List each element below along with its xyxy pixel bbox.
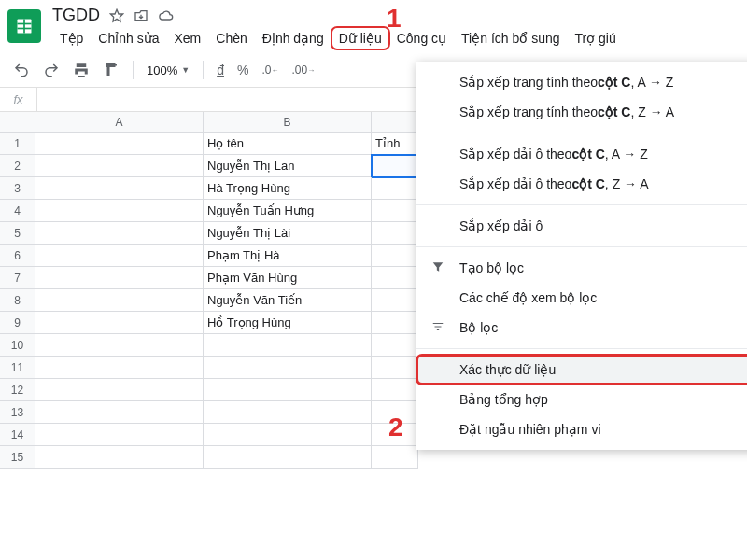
cell[interactable]: Phạm Văn Hùng: [204, 267, 372, 289]
filter-list-icon: [431, 320, 444, 336]
zoom-dropdown[interactable]: 100%▼: [147, 63, 190, 77]
cell[interactable]: [372, 177, 418, 200]
row-header[interactable]: 8: [0, 289, 35, 312]
menu-separator: [416, 133, 747, 133]
row-header[interactable]: 12: [0, 379, 35, 401]
cell[interactable]: [204, 379, 372, 401]
cell[interactable]: [372, 312, 418, 334]
percent-button[interactable]: %: [237, 63, 248, 77]
menu-sort-sheet-az[interactable]: Sắp xếp trang tính theo cột C, A → Z: [416, 67, 747, 97]
menu-data-validation[interactable]: Xác thực dữ liệu: [416, 355, 747, 385]
cell[interactable]: [35, 446, 204, 469]
undo-icon[interactable]: [13, 62, 30, 78]
menu-create-filter[interactable]: Tạo bộ lọc: [416, 253, 747, 283]
currency-button[interactable]: đ: [217, 63, 224, 77]
cell[interactable]: [204, 401, 372, 424]
print-icon[interactable]: [73, 62, 90, 78]
cell[interactable]: [372, 289, 418, 312]
row-header[interactable]: 2: [0, 155, 35, 177]
row-header[interactable]: 1: [0, 133, 35, 155]
row-header[interactable]: 10: [0, 334, 35, 357]
row-header[interactable]: 15: [0, 446, 35, 469]
cell[interactable]: [35, 200, 204, 222]
cell[interactable]: [35, 424, 204, 446]
cell[interactable]: [35, 379, 204, 401]
row-header[interactable]: 6: [0, 245, 35, 267]
sheets-logo[interactable]: [7, 9, 41, 43]
menu-sort-range-za[interactable]: Sắp xếp dải ô theo cột C, Z → A: [416, 169, 747, 199]
cell[interactable]: [35, 177, 204, 200]
cell[interactable]: Nguyễn Văn Tiến: [204, 289, 372, 312]
menu-edit[interactable]: Chỉnh sửa: [91, 27, 166, 49]
zoom-value: 100%: [147, 63, 177, 77]
cell[interactable]: [35, 334, 204, 357]
column-header[interactable]: [372, 112, 418, 133]
menu-randomize-range[interactable]: Đặt ngẫu nhiên phạm vi: [416, 414, 747, 444]
cell[interactable]: Tỉnh: [372, 133, 418, 155]
menu-format[interactable]: Định dạng: [255, 27, 331, 49]
cell[interactable]: [35, 267, 204, 289]
menu-addons[interactable]: Tiện ích bổ sung: [454, 27, 567, 49]
cloud-icon[interactable]: [158, 8, 175, 23]
select-all-corner[interactable]: [0, 112, 35, 133]
menu-filter-views[interactable]: Các chế độ xem bộ lọc▶: [416, 283, 747, 313]
cell[interactable]: Nguyễn Thị Lan: [204, 155, 372, 177]
cell[interactable]: [372, 446, 418, 469]
menu-sort-sheet-za[interactable]: Sắp xếp trang tính theo cột C, Z → A: [416, 97, 747, 127]
row-header[interactable]: 11: [0, 357, 35, 379]
menu-bar: Tệp Chỉnh sửa Xem Chèn Định dạng Dữ liệu…: [52, 27, 624, 49]
cell[interactable]: [35, 289, 204, 312]
menu-pivot-table[interactable]: Bảng tổng hợp: [416, 385, 747, 414]
menu-file[interactable]: Tệp: [52, 27, 91, 49]
cell[interactable]: Hồ Trọng Hùng: [204, 312, 372, 334]
paint-format-icon[interactable]: [103, 62, 120, 78]
menu-help[interactable]: Trợ giú: [568, 27, 624, 49]
cell[interactable]: [35, 357, 204, 379]
cell[interactable]: Phạm Thị Hà: [204, 245, 372, 267]
menu-filter[interactable]: Bộ lọc: [416, 313, 747, 343]
menu-sort-range[interactable]: Sắp xếp dải ô: [416, 211, 747, 241]
cell[interactable]: [372, 245, 418, 267]
cell[interactable]: [372, 334, 418, 357]
menu-insert[interactable]: Chèn: [208, 27, 254, 49]
row-header[interactable]: 7: [0, 267, 35, 289]
row-header[interactable]: 5: [0, 222, 35, 245]
cell[interactable]: [372, 357, 418, 379]
cell[interactable]: [35, 401, 204, 424]
cell[interactable]: [204, 357, 372, 379]
row-header[interactable]: 4: [0, 200, 35, 222]
row-header[interactable]: 14: [0, 424, 35, 446]
row-header[interactable]: 3: [0, 177, 35, 200]
cell[interactable]: Nguyễn Tuấn Hưng: [204, 200, 372, 222]
cell[interactable]: [35, 222, 204, 245]
column-header[interactable]: B: [204, 112, 372, 133]
increase-decimal-button[interactable]: .00→: [291, 63, 315, 77]
star-icon[interactable]: [109, 8, 124, 23]
menu-sort-range-az[interactable]: Sắp xếp dải ô theo cột C, A → Z: [416, 139, 747, 169]
menu-separator: [416, 246, 747, 247]
cell[interactable]: [204, 424, 372, 446]
column-header[interactable]: A: [35, 112, 204, 133]
menu-data[interactable]: Dữ liệu: [331, 27, 389, 49]
decrease-decimal-button[interactable]: .0←: [261, 63, 278, 77]
cell[interactable]: [35, 245, 204, 267]
row-header[interactable]: 9: [0, 312, 35, 334]
cell[interactable]: Hà Trọng Hùng: [204, 177, 372, 200]
document-title[interactable]: TGDD: [52, 6, 100, 25]
cell[interactable]: [372, 155, 418, 177]
redo-icon[interactable]: [43, 62, 60, 78]
cell[interactable]: Họ tên: [204, 133, 372, 155]
cell[interactable]: [204, 446, 372, 469]
cell[interactable]: [372, 267, 418, 289]
cell[interactable]: [372, 200, 418, 222]
cell[interactable]: [35, 133, 204, 155]
cell[interactable]: [372, 379, 418, 401]
move-icon[interactable]: [134, 8, 148, 23]
menu-view[interactable]: Xem: [167, 27, 209, 49]
cell[interactable]: [372, 222, 418, 245]
cell[interactable]: [35, 155, 204, 177]
cell[interactable]: Nguyễn Thị Lài: [204, 222, 372, 245]
cell[interactable]: [35, 312, 204, 334]
row-header[interactable]: 13: [0, 401, 35, 424]
cell[interactable]: [204, 334, 372, 357]
